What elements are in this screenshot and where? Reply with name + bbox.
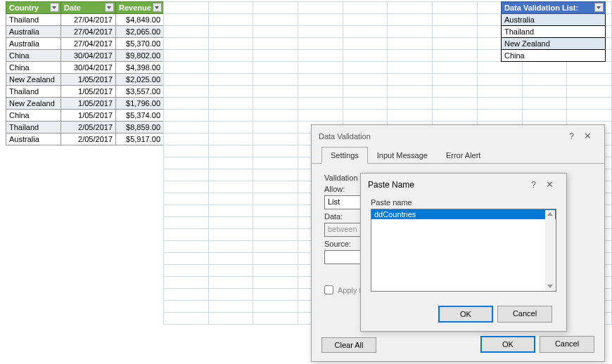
empty-cell[interactable] bbox=[164, 134, 209, 145]
cell-revenue[interactable]: $5,917.00 bbox=[116, 134, 164, 145]
cell-country[interactable]: Thailand bbox=[6, 14, 61, 26]
empty-cell[interactable] bbox=[567, 74, 612, 86]
cancel-button[interactable]: Cancel bbox=[540, 336, 594, 353]
empty-cell[interactable] bbox=[208, 253, 253, 265]
empty-cell[interactable] bbox=[522, 110, 567, 122]
empty-cell[interactable] bbox=[298, 86, 343, 98]
empty-cell[interactable] bbox=[164, 50, 209, 62]
empty-cell[interactable] bbox=[164, 229, 209, 241]
empty-cell[interactable] bbox=[522, 74, 567, 86]
empty-cell[interactable] bbox=[388, 2, 433, 14]
cell-country[interactable]: New Zealand bbox=[6, 74, 61, 86]
empty-cell[interactable] bbox=[298, 74, 343, 86]
empty-cell[interactable] bbox=[253, 14, 298, 26]
header-validation-list[interactable]: Data Validation List: bbox=[502, 2, 606, 14]
empty-cell[interactable] bbox=[298, 98, 343, 110]
cell-revenue[interactable]: $4,398.00 bbox=[116, 62, 164, 74]
validation-list-item[interactable]: Australia bbox=[502, 14, 606, 26]
empty-cell[interactable] bbox=[253, 241, 298, 253]
empty-cell[interactable] bbox=[208, 301, 253, 313]
empty-cell[interactable] bbox=[164, 301, 209, 313]
empty-cell[interactable] bbox=[208, 122, 253, 134]
empty-cell[interactable] bbox=[567, 98, 612, 110]
empty-cell[interactable] bbox=[253, 157, 298, 169]
empty-cell[interactable] bbox=[253, 193, 298, 205]
cell-date[interactable]: 30/04/2017 bbox=[61, 62, 116, 74]
header-country[interactable]: Country bbox=[6, 2, 61, 14]
cell-date[interactable]: 27/04/2017 bbox=[61, 14, 116, 26]
cell-country[interactable]: Australia bbox=[6, 38, 61, 50]
empty-cell[interactable] bbox=[477, 110, 522, 122]
empty-cell[interactable] bbox=[388, 98, 433, 110]
empty-cell[interactable] bbox=[298, 110, 343, 122]
empty-cell[interactable] bbox=[298, 50, 343, 62]
empty-cell[interactable] bbox=[253, 181, 298, 193]
empty-cell[interactable] bbox=[298, 38, 343, 50]
empty-cell[interactable] bbox=[164, 62, 209, 74]
name-listbox[interactable]: ddCountries bbox=[371, 209, 556, 292]
cell-country[interactable]: New Zealand bbox=[6, 98, 61, 110]
close-icon[interactable]: ✕ bbox=[578, 131, 597, 141]
empty-cell[interactable] bbox=[208, 145, 253, 157]
empty-cell[interactable] bbox=[208, 265, 253, 277]
empty-cell[interactable] bbox=[253, 134, 298, 145]
tab-input-message[interactable]: Input Message bbox=[368, 147, 437, 163]
empty-cell[interactable] bbox=[164, 122, 209, 134]
empty-cell[interactable] bbox=[208, 86, 253, 98]
empty-cell[interactable] bbox=[253, 26, 298, 38]
empty-cell[interactable] bbox=[164, 98, 209, 110]
empty-cell[interactable] bbox=[253, 74, 298, 86]
empty-cell[interactable] bbox=[253, 169, 298, 181]
empty-cell[interactable] bbox=[208, 50, 253, 62]
empty-cell[interactable] bbox=[164, 14, 209, 26]
cell-date[interactable]: 2/05/2017 bbox=[61, 134, 116, 145]
empty-cell[interactable] bbox=[522, 62, 567, 74]
empty-cell[interactable] bbox=[522, 98, 567, 110]
ok-button[interactable]: OK bbox=[438, 306, 493, 323]
empty-cell[interactable] bbox=[164, 217, 209, 229]
empty-cell[interactable] bbox=[164, 241, 209, 253]
validation-list-item[interactable]: China bbox=[502, 50, 606, 62]
cell-date[interactable]: 27/04/2017 bbox=[61, 38, 116, 50]
empty-cell[interactable] bbox=[208, 193, 253, 205]
header-date[interactable]: Date bbox=[61, 2, 116, 14]
empty-cell[interactable] bbox=[253, 2, 298, 14]
cell-country[interactable]: China bbox=[6, 110, 61, 122]
source-input[interactable] bbox=[324, 250, 362, 264]
empty-cell[interactable] bbox=[208, 2, 253, 14]
empty-cell[interactable] bbox=[253, 313, 298, 325]
empty-cell[interactable] bbox=[253, 98, 298, 110]
empty-cell[interactable] bbox=[164, 2, 209, 14]
cell-revenue[interactable]: $3,557.00 bbox=[116, 86, 164, 98]
cell-country[interactable]: China bbox=[6, 62, 61, 74]
empty-cell[interactable] bbox=[433, 14, 478, 26]
empty-cell[interactable] bbox=[433, 86, 478, 98]
help-icon[interactable]: ? bbox=[565, 131, 578, 141]
empty-cell[interactable] bbox=[208, 110, 253, 122]
empty-cell[interactable] bbox=[343, 38, 388, 50]
empty-cell[interactable] bbox=[208, 14, 253, 26]
empty-cell[interactable] bbox=[164, 86, 209, 98]
empty-cell[interactable] bbox=[298, 26, 343, 38]
cell-revenue[interactable]: $2,065.00 bbox=[116, 26, 164, 38]
empty-cell[interactable] bbox=[388, 26, 433, 38]
empty-cell[interactable] bbox=[433, 50, 478, 62]
cell-country[interactable]: China bbox=[6, 50, 61, 62]
empty-cell[interactable] bbox=[343, 14, 388, 26]
close-icon[interactable]: ✕ bbox=[540, 179, 559, 190]
empty-cell[interactable] bbox=[208, 313, 253, 325]
empty-cell[interactable] bbox=[253, 205, 298, 217]
empty-cell[interactable] bbox=[388, 50, 433, 62]
tab-error-alert[interactable]: Error Alert bbox=[437, 147, 490, 163]
cell-date[interactable]: 30/04/2017 bbox=[61, 50, 116, 62]
empty-cell[interactable] bbox=[208, 181, 253, 193]
empty-cell[interactable] bbox=[477, 74, 522, 86]
empty-cell[interactable] bbox=[388, 14, 433, 26]
cell-date[interactable]: 27/04/2017 bbox=[61, 26, 116, 38]
empty-cell[interactable] bbox=[343, 50, 388, 62]
empty-cell[interactable] bbox=[208, 241, 253, 253]
empty-cell[interactable] bbox=[433, 2, 478, 14]
empty-cell[interactable] bbox=[253, 253, 298, 265]
empty-cell[interactable] bbox=[253, 38, 298, 50]
empty-cell[interactable] bbox=[208, 157, 253, 169]
